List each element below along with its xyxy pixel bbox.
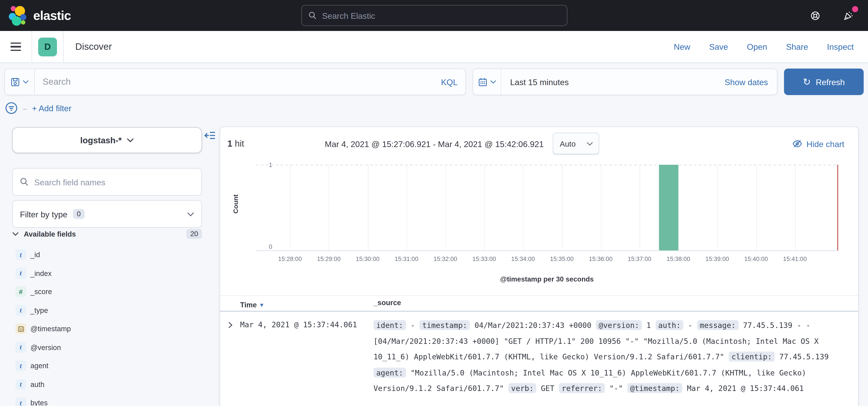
field-label: agent [31,362,49,370]
time-range-button[interactable]: Last 15 minutes [501,77,569,87]
source-field-key: message: [697,320,739,330]
help-icon[interactable] [810,10,820,21]
plot-area[interactable] [256,165,838,251]
field-item-agent[interactable]: tagent [0,357,219,375]
field-item-timestamp[interactable]: @timestamp [0,319,219,338]
add-filter-button[interactable]: + Add filter [32,103,71,113]
field-label: auth [31,380,44,388]
string-field-icon: t [16,361,26,371]
chart-time-range: Mar 4, 2021 @ 15:27:06.921 - Mar 4, 2021… [325,139,544,148]
action-inspect[interactable]: Inspect [827,42,854,52]
query-input[interactable] [43,77,436,87]
menu-icon[interactable] [0,42,32,51]
source-field-key: referrer: [559,383,605,393]
saved-query-button[interactable] [5,69,35,95]
field-label: @version [31,343,61,351]
fields-sidebar: logstash-* Filter by type 0 Available fi… [0,122,219,406]
gridline [290,165,290,250]
action-new[interactable]: New [674,42,690,52]
newsfeed-icon[interactable] [843,10,854,21]
collapse-sidebar-icon[interactable] [204,129,216,141]
date-field-icon [16,324,26,334]
field-item-id[interactable]: t_id [0,245,219,264]
field-label: _index [31,269,52,277]
date-picker: Last 15 minutes Show dates [472,69,777,95]
gridline [368,165,368,250]
top-gridline [256,165,838,165]
number-field-icon: # [16,286,26,297]
filter-by-type-select[interactable]: Filter by type 0 [12,200,202,228]
gridline [445,165,446,250]
field-search-input[interactable] [34,177,194,187]
discover-app-badge[interactable]: D [38,37,57,56]
field-item-bytes[interactable]: tbytes [0,394,219,406]
x-tick-label: 15:37:00 [620,256,659,262]
global-search-input[interactable] [322,11,560,20]
source-field-key: @timestamp: [627,383,683,393]
app-bar: D Discover NewSaveOpenShareInspect [0,31,868,63]
hide-chart-button[interactable]: Hide chart [792,139,851,149]
global-search-box[interactable] [301,5,567,26]
histogram-chart[interactable]: Count 1 0 @timestamp per 30 seconds 15:2… [220,160,858,293]
x-tick-label: 15:38:00 [659,256,698,262]
source-field-key: @version: [596,320,642,330]
x-tick-label: 15:35:00 [542,256,581,262]
gridline [678,165,679,250]
eye-slash-icon [792,139,802,149]
x-tick-label: 15:30:00 [348,256,387,262]
field-item-auth[interactable]: tauth [0,375,219,394]
table-header: Time▼ _source [220,296,858,312]
action-share[interactable]: Share [786,42,808,52]
global-header: elastic [0,0,868,31]
type-filter-count-badge: 0 [73,209,85,219]
documents-table: Time▼ _source Mar 4, 2021 @ 15:37:44.061… [220,295,858,396]
filter-bar: – + Add filter [0,101,868,120]
show-dates-button[interactable]: Show dates [724,77,777,87]
source-field-key: agent: [374,367,406,377]
available-fields-count-badge: 20 [187,229,202,239]
chevron-down-icon [23,79,29,84]
source-field-key: auth: [655,320,683,330]
interval-select[interactable]: Auto [553,133,599,155]
time-column-header[interactable]: Time▼ [240,298,374,309]
query-language-button[interactable]: KQL [441,77,458,87]
action-save[interactable]: Save [709,42,728,52]
table-row: Mar 4, 2021 @ 15:37:44.061ident: - times… [220,312,858,396]
index-pattern-select[interactable]: logstash-* [12,127,202,153]
x-tick-label: 15:31:00 [387,256,426,262]
search-icon [308,11,317,20]
x-tick-label: 15:32:00 [426,256,465,262]
elastic-logo[interactable]: elastic [0,4,71,27]
expand-row-icon[interactable] [226,321,234,329]
source-field-key: ident: [374,320,406,330]
sort-desc-icon[interactable]: ▼ [259,302,265,308]
logo-wordmark: elastic [33,8,71,23]
source-column-header[interactable]: _source [374,296,858,311]
quick-select-button[interactable] [473,69,501,95]
field-item-type[interactable]: t_type [0,301,219,319]
x-tick-label: 15:29:00 [309,256,348,262]
field-item-score[interactable]: #_score [0,282,219,301]
x-tick-label: 15:36:00 [581,256,620,262]
x-axis-label: @timestamp per 30 seconds [256,275,838,283]
action-open[interactable]: Open [747,42,767,52]
gridline [601,165,601,250]
source-field-key: verb: [508,383,536,393]
x-tick-label: 15:40:00 [737,256,775,262]
divider [32,31,32,63]
discover-app: elastic [0,0,868,406]
field-item-index[interactable]: t_index [0,264,219,282]
field-item-version[interactable]: t@version [0,338,219,357]
x-tick-label: 15:34:00 [504,256,542,262]
histogram-bar[interactable] [659,165,679,250]
filter-icon[interactable] [5,102,18,114]
available-fields-toggle[interactable]: Available fields 20 [12,225,202,243]
table-body: Mar 4, 2021 @ 15:37:44.061ident: - times… [220,312,858,396]
chevron-down-icon [490,79,496,84]
chevron-down-icon [586,141,593,146]
calendar-icon [478,77,487,87]
field-search-box[interactable] [12,168,202,196]
query-input-group: KQL [4,69,466,95]
refresh-button[interactable]: ↻ Refresh [784,69,864,95]
filter-dash: – [23,104,27,112]
